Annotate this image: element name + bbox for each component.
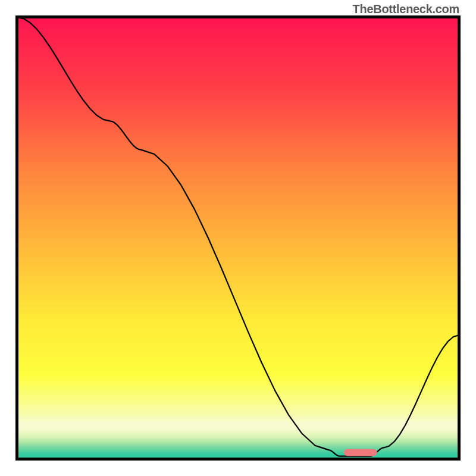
frame-top bbox=[15, 15, 461, 18]
gradient-background bbox=[17, 17, 459, 459]
plot-area bbox=[17, 17, 459, 459]
frame-left bbox=[15, 15, 18, 461]
frame-bottom bbox=[15, 458, 461, 461]
watermark-text: TheBottleneck.com bbox=[353, 2, 459, 16]
chart-stage: TheBottleneck.com bbox=[0, 0, 476, 476]
frame-right bbox=[458, 15, 461, 461]
